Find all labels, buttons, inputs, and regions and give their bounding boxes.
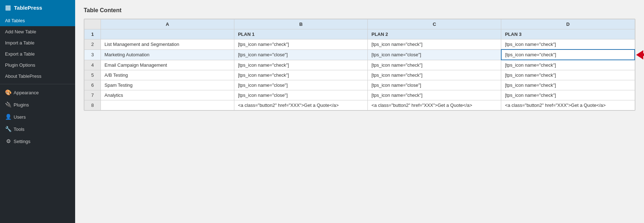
row-num-2: 2: [84, 39, 101, 50]
cell-5-d[interactable]: [tps_icon name="check"]: [501, 70, 635, 80]
col-header-b: B: [234, 19, 368, 29]
cell-7-b[interactable]: [tps_icon name="close"]: [234, 90, 368, 100]
cell-6-a[interactable]: Spam Testing: [101, 80, 234, 90]
sidebar-label-about: About TablePress: [5, 73, 42, 79]
sidebar-label-export: Export a Table: [5, 51, 35, 57]
row-num-1: 1: [84, 29, 101, 39]
cell-5-b[interactable]: [tps_icon name="check"]: [234, 70, 368, 80]
cell-4-d[interactable]: [tps_icon name="check"]: [501, 60, 635, 70]
cell-6-b[interactable]: [tps_icon name="close"]: [234, 80, 368, 90]
sidebar: ▦ TablePress All Tables Add New Table Im…: [0, 0, 75, 223]
table-row-2: 2 List Management and Segmentation [tps_…: [84, 39, 635, 50]
sidebar-label-users: Users: [14, 114, 26, 120]
cell-4-b[interactable]: [tps_icon name="check"]: [234, 60, 368, 70]
red-arrow: [636, 50, 644, 60]
cell-4-c[interactable]: [tps_icon name="check"]: [368, 60, 501, 70]
sidebar-main-nav: All Tables Add New Table Import a Table …: [0, 15, 75, 82]
cell-8-d[interactable]: <a class="button2" href="XXX">Get a Quot…: [501, 100, 635, 110]
users-icon: 👤: [5, 114, 11, 120]
cell-7-a[interactable]: Analytics: [101, 90, 234, 100]
col-header-rownum: [84, 19, 101, 29]
cell-2-b[interactable]: [tps_icon name="check"]: [234, 39, 368, 50]
appearance-icon: 🎨: [5, 89, 11, 96]
table-row-4: 4 Email Campaign Management [tps_icon na…: [84, 60, 635, 70]
cell-3-d[interactable]: [tps_icon name="check"]: [501, 49, 635, 60]
cell-8-c[interactable]: <a class="button2" href="XXX">Get a Quot…: [368, 100, 501, 110]
row-num-6: 6: [84, 80, 101, 90]
cell-7-d[interactable]: [tps_icon name="check"]: [501, 90, 635, 100]
section-title: Table Content: [84, 7, 635, 14]
table-row-5: 5 A/B Testing [tps_icon name="check"] [t…: [84, 70, 635, 80]
sidebar-label-import: Import a Table: [5, 40, 34, 46]
arrow-head: [636, 50, 643, 60]
cell-4-a[interactable]: Email Campaign Management: [101, 60, 234, 70]
cell-1-c[interactable]: PLAN 2: [368, 29, 501, 39]
table-row-6: 6 Spam Testing [tps_icon name="close"] […: [84, 80, 635, 90]
cell-2-d[interactable]: [tps_icon name="check"]: [501, 39, 635, 50]
cell-1-d[interactable]: PLAN 3: [501, 29, 635, 39]
row-num-3: 3: [84, 49, 101, 60]
sidebar-item-appearance[interactable]: 🎨 Appearance: [0, 86, 75, 99]
table-row-1: 1 PLAN 1 PLAN 2 PLAN 3: [84, 29, 635, 39]
cell-8-a[interactable]: [101, 100, 234, 110]
cell-8-b[interactable]: <a class="button2" href="XXX">Get a Quot…: [234, 100, 368, 110]
table-wrapper: A B C D 1 PLAN 1 PLAN 2 PL: [84, 19, 635, 111]
sidebar-item-import[interactable]: Import a Table: [0, 37, 75, 48]
row-num-7: 7: [84, 90, 101, 100]
cell-5-c[interactable]: [tps_icon name="check"]: [368, 70, 501, 80]
sidebar-label-plugins: Plugins: [14, 102, 29, 108]
cell-3-b[interactable]: [tps_icon name="close"]: [234, 49, 368, 60]
plugin-title: TablePress: [14, 5, 42, 11]
content-table: A B C D 1 PLAN 1 PLAN 2 PL: [84, 19, 635, 110]
sidebar-item-add-new[interactable]: Add New Table: [0, 26, 75, 37]
sidebar-label-appearance: Appearance: [14, 90, 39, 95]
cell-2-c[interactable]: [tps_icon name="check"]: [368, 39, 501, 50]
sidebar-label-add-new: Add New Table: [5, 29, 36, 34]
sidebar-label-settings: Settings: [14, 139, 30, 144]
sidebar-item-export[interactable]: Export a Table: [0, 48, 75, 60]
row-num-4: 4: [84, 60, 101, 70]
cell-3-a[interactable]: Marketing Automation: [101, 49, 234, 60]
table-row-8: 8 <a class="button2" href="XXX">Get a Qu…: [84, 100, 635, 110]
sidebar-item-settings[interactable]: ⚙ Settings: [0, 135, 75, 147]
cell-7-c[interactable]: [tps_icon name="check"]: [368, 90, 501, 100]
col-header-c: C: [368, 19, 501, 29]
cell-2-a[interactable]: List Management and Segmentation: [101, 39, 234, 50]
table-row-7: 7 Analytics [tps_icon name="close"] [tps…: [84, 90, 635, 100]
settings-icon: ⚙: [5, 138, 11, 144]
sidebar-item-tools[interactable]: 🔧 Tools: [0, 123, 75, 135]
cell-1-b[interactable]: PLAN 1: [234, 29, 368, 39]
plugin-icon: ▦: [5, 4, 11, 11]
column-header-row: A B C D: [84, 19, 635, 29]
sidebar-label-all-tables: All Tables: [5, 18, 25, 23]
col-header-a: A: [101, 19, 234, 29]
table-container: A B C D 1 PLAN 1 PLAN 2 PL: [84, 19, 635, 111]
plugins-icon: 🔌: [5, 101, 11, 108]
plugin-header: ▦ TablePress: [0, 0, 75, 15]
row-num-8: 8: [84, 100, 101, 110]
cell-6-d[interactable]: [tps_icon name="check"]: [501, 80, 635, 90]
cell-6-c[interactable]: [tps_icon name="close"]: [368, 80, 501, 90]
sidebar-label-tools: Tools: [14, 127, 24, 132]
sidebar-item-plugins[interactable]: 🔌 Plugins: [0, 99, 75, 111]
tools-icon: 🔧: [5, 126, 11, 132]
cell-3-c[interactable]: [tps_icon name="close"]: [368, 49, 501, 60]
cell-1-a[interactable]: [101, 29, 234, 39]
sidebar-item-all-tables[interactable]: All Tables: [0, 15, 75, 26]
cell-5-a[interactable]: A/B Testing: [101, 70, 234, 80]
sidebar-label-plugin-options: Plugin Options: [5, 62, 35, 68]
row-num-5: 5: [84, 70, 101, 80]
main-content: Table Content A B C D: [75, 0, 644, 223]
col-header-d: D: [501, 19, 635, 29]
main-inner: Table Content A B C D: [84, 7, 635, 111]
sidebar-item-users[interactable]: 👤 Users: [0, 111, 75, 123]
sidebar-item-about[interactable]: About TablePress: [0, 71, 75, 82]
sidebar-divider: [0, 84, 75, 84]
table-row-3: 3 Marketing Automation [tps_icon name="c…: [84, 49, 635, 60]
sidebar-item-plugin-options[interactable]: Plugin Options: [0, 60, 75, 71]
